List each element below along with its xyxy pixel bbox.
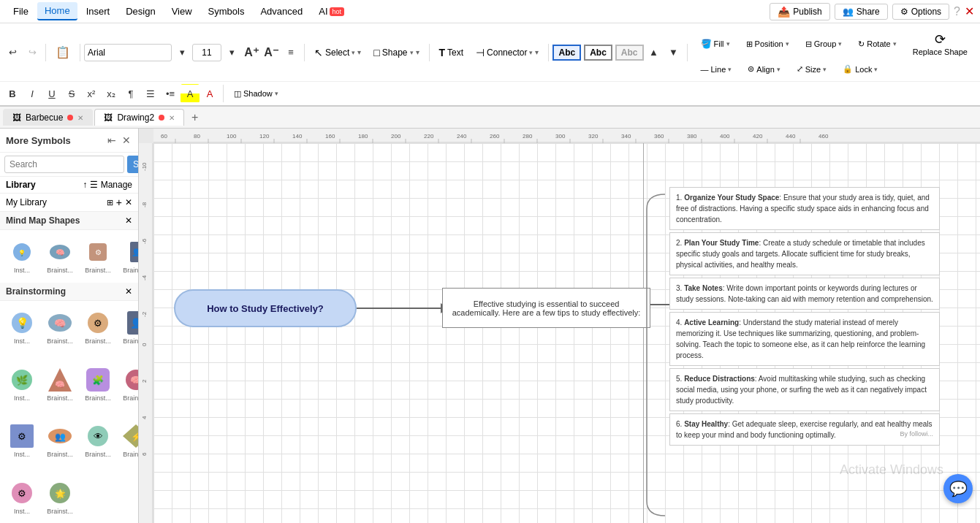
italic-button[interactable]: I — [23, 84, 42, 103]
highlight-button[interactable]: A — [181, 84, 200, 103]
svg-text:400: 400 — [720, 133, 730, 140]
canvas-content[interactable]: How to Study Effectively? Effective stud… — [153, 143, 980, 523]
shape-button[interactable]: □ Shape ▾ — [368, 44, 425, 61]
brainstorming-close-icon[interactable]: ✕ — [125, 286, 132, 297]
list-item[interactable]: ⚙ Brainst... — [80, 307, 115, 361]
style-abc-3[interactable]: Abc — [615, 45, 644, 61]
style-abc-2[interactable]: Abc — [584, 45, 612, 61]
list-item[interactable]: 🧩 Brainst... — [80, 364, 115, 418]
list-item[interactable]: 🧠 Brainst... — [42, 364, 77, 418]
menu-advanced[interactable]: Advanced — [253, 3, 310, 20]
menu-symbols[interactable]: Symbols — [201, 3, 252, 20]
strikethrough-button[interactable]: S — [62, 84, 81, 103]
canvas-text-rect[interactable]: Effective studying is essential to succe… — [442, 288, 650, 328]
share-button[interactable]: 👥 Share — [835, 4, 888, 20]
panel-expand-icon[interactable]: ⇤ — [106, 133, 118, 148]
connector-button[interactable]: ⊣ Connector ▾ — [470, 44, 544, 61]
rotate-button[interactable]: ↻ Rotate ▾ — [851, 28, 903, 60]
style-abc-1[interactable]: Abc — [552, 45, 581, 61]
tab-barbecue-close[interactable]: ✕ — [77, 114, 83, 122]
list-item[interactable]: 👤 Brainst... — [118, 236, 138, 277]
menu-view[interactable]: View — [164, 3, 200, 20]
brainstorming-header[interactable]: Brainstorming ✕ — [0, 283, 138, 301]
manage-button[interactable]: ☰ Manage — [90, 180, 132, 190]
tab-barbecue[interactable]: 🖼 Barbecue ✕ — [3, 109, 93, 126]
lock-button[interactable]: 🔒 Lock ▾ — [836, 61, 884, 77]
menu-ai[interactable]: AI hot — [311, 3, 352, 20]
paste-button[interactable]: 📋 — [50, 42, 76, 62]
font-selector[interactable] — [84, 44, 172, 61]
superscript-button[interactable]: x² — [82, 84, 101, 103]
list-item[interactable]: 👁 Brainst... — [80, 420, 115, 474]
menu-home[interactable]: Home — [37, 2, 77, 20]
panel-close-icon[interactable]: ✕ — [121, 133, 132, 148]
size-button[interactable]: ⤢ Size ▾ — [790, 61, 833, 77]
size-dropdown-icon[interactable]: ▾ — [222, 43, 241, 62]
svg-rect-79 — [139, 143, 153, 523]
font-dropdown-icon[interactable]: ▾ — [172, 43, 191, 62]
fill-button[interactable]: 🪣 Fill ▾ — [694, 28, 737, 60]
canvas-bubble-shape[interactable]: How to Study Effectively? — [174, 289, 357, 327]
list-item[interactable]: 🌟 Brainst... — [42, 477, 77, 524]
align-icon[interactable]: ≡ — [281, 43, 300, 62]
list-button[interactable]: ☰ — [141, 84, 160, 103]
canvas-notes-area[interactable]: 1. Organize Your Study Space: Ensure tha… — [669, 187, 940, 448]
decrease-font-icon[interactable]: A⁻ — [262, 43, 281, 62]
svg-text:👤: 👤 — [130, 317, 138, 329]
position-button[interactable]: ⊞ Position ▾ — [740, 28, 796, 60]
list-item[interactable]: ⚡ Brainst... — [118, 420, 138, 474]
styles-scroll-down[interactable]: ▼ — [664, 43, 683, 62]
font-color-button[interactable]: A — [200, 84, 219, 103]
mind-map-shapes-header[interactable]: Mind Map Shapes ✕ — [0, 212, 138, 230]
options-button[interactable]: ⚙ Options — [892, 4, 949, 20]
line-button[interactable]: — Line ▾ — [694, 61, 739, 77]
shape-label: Inst... — [7, 508, 37, 515]
close-icon[interactable]: ✕ — [965, 4, 974, 18]
menu-insert[interactable]: Insert — [79, 3, 118, 20]
align-btn[interactable]: ⊜ Align ▾ — [741, 61, 786, 77]
tab-drawing2[interactable]: 🖼 Drawing2 ✕ — [94, 109, 184, 126]
styles-scroll-up[interactable]: ▲ — [645, 43, 664, 62]
search-input[interactable] — [4, 156, 124, 173]
underline-button[interactable]: U — [42, 84, 61, 103]
library-arrow-icon[interactable]: ↑ — [83, 180, 87, 190]
list-item[interactable]: 👤 Brainst... — [118, 307, 138, 361]
help-icon[interactable]: ? — [954, 5, 960, 18]
my-library-add-icon[interactable]: + — [116, 196, 122, 208]
bullet-list-button[interactable]: •≡ — [161, 84, 180, 103]
text-button[interactable]: T Text — [433, 44, 470, 61]
list-item[interactable]: ⚙ Inst... — [4, 477, 39, 524]
back-icon[interactable]: ↩ — [3, 43, 22, 62]
shadow-button[interactable]: ◫ Shadow ▾ — [227, 86, 285, 102]
list-item[interactable]: ⚙ Brainst... — [80, 236, 115, 277]
increase-font-icon[interactable]: A⁺ — [242, 43, 261, 62]
font-size-input[interactable] — [192, 44, 221, 61]
canvas-area[interactable]: 60 80 100 120 140 160 180 200 220 240 — [139, 129, 980, 523]
menu-file[interactable]: File — [6, 3, 36, 20]
group-button[interactable]: ⊟ Group ▾ — [799, 28, 849, 60]
menu-design[interactable]: Design — [118, 3, 162, 20]
my-library-expand-icon[interactable]: ⊞ — [107, 198, 113, 207]
tab-drawing2-close[interactable]: ✕ — [169, 114, 175, 122]
tab-add-button[interactable]: + — [186, 108, 204, 127]
my-library-close-icon[interactable]: ✕ — [125, 197, 132, 207]
mind-map-shapes-close-icon[interactable]: ✕ — [125, 215, 132, 226]
publish-button[interactable]: 📤 Publish — [770, 3, 829, 20]
chat-bot-icon[interactable]: 💬 — [943, 474, 973, 503]
list-item[interactable]: 🧠 Brainst... — [118, 364, 138, 418]
list-item[interactable]: 💡 Inst... — [4, 236, 39, 277]
list-item[interactable]: 👥 Brainst... — [42, 420, 77, 474]
text-direction-button[interactable]: ¶ — [121, 84, 140, 103]
svg-text:220: 220 — [424, 133, 434, 140]
search-button[interactable]: Search — [127, 156, 139, 173]
list-item[interactable]: 🧠 Brainst... — [42, 307, 77, 361]
select-button[interactable]: ↖ Select ▾ — [308, 44, 367, 61]
replace-shape-button[interactable]: ⟳ Replace Shape — [906, 28, 974, 60]
list-item[interactable]: 💡 Inst... — [4, 307, 39, 361]
subscript-button[interactable]: x₂ — [102, 84, 121, 103]
list-item[interactable]: ⚙ Inst... — [4, 420, 39, 474]
forward-icon[interactable]: ↪ — [23, 43, 42, 62]
bold-button[interactable]: B — [3, 84, 22, 103]
list-item[interactable]: 🌿 Inst... — [4, 364, 39, 418]
list-item[interactable]: 🧠 Brainst... — [42, 236, 77, 277]
